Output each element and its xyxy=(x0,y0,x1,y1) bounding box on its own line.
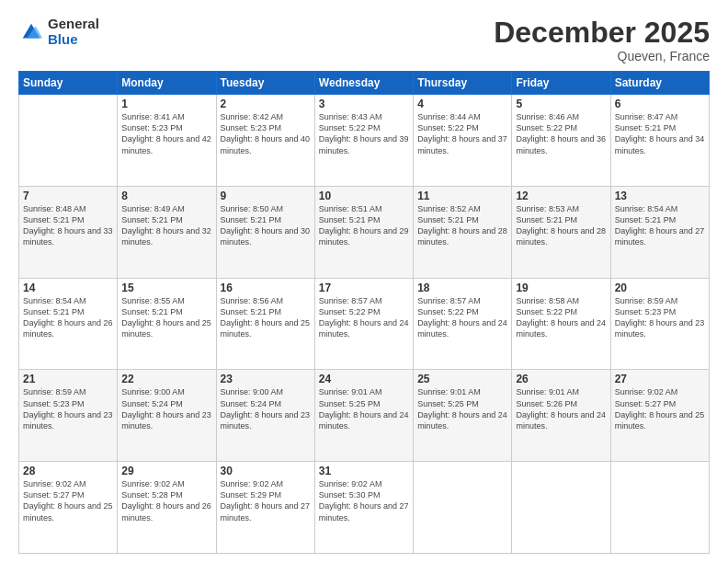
calendar-cell: 7 Sunrise: 8:48 AM Sunset: 5:21 PM Dayli… xyxy=(19,186,118,278)
daylight-hours: Daylight: 8 hours and 27 minutes. xyxy=(319,501,409,522)
daylight-hours: Daylight: 8 hours and 25 minutes. xyxy=(23,501,113,522)
day-number: 3 xyxy=(319,98,409,110)
calendar-day-header: Wednesday xyxy=(314,72,413,95)
calendar-cell: 12 Sunrise: 8:53 AM Sunset: 5:21 PM Dayl… xyxy=(512,186,610,278)
day-info: Sunrise: 8:53 AM Sunset: 5:21 PM Dayligh… xyxy=(516,203,606,248)
daylight-hours: Daylight: 8 hours and 39 minutes. xyxy=(319,134,409,155)
sunrise-time: Sunrise: 9:01 AM xyxy=(417,387,481,396)
day-info: Sunrise: 8:58 AM Sunset: 5:22 PM Dayligh… xyxy=(516,295,606,340)
logo: General Blue xyxy=(18,17,99,47)
calendar-cell: 29 Sunrise: 9:02 AM Sunset: 5:28 PM Dayl… xyxy=(118,462,216,554)
sunset-time: Sunset: 5:22 PM xyxy=(319,123,381,132)
daylight-hours: Daylight: 8 hours and 28 minutes. xyxy=(417,226,507,247)
day-info: Sunrise: 8:50 AM Sunset: 5:21 PM Dayligh… xyxy=(221,203,311,248)
sunset-time: Sunset: 5:28 PM xyxy=(121,490,183,500)
daylight-hours: Daylight: 8 hours and 33 minutes. xyxy=(23,226,113,247)
title-block: December 2025 Queven, France xyxy=(494,17,710,63)
daylight-hours: Daylight: 8 hours and 40 minutes. xyxy=(221,134,311,155)
calendar-cell: 8 Sunrise: 8:49 AM Sunset: 5:21 PM Dayli… xyxy=(118,186,216,278)
sunset-time: Sunset: 5:29 PM xyxy=(221,490,282,500)
sunrise-time: Sunrise: 8:59 AM xyxy=(23,387,86,396)
calendar-cell: 16 Sunrise: 8:56 AM Sunset: 5:21 PM Dayl… xyxy=(216,278,314,370)
day-info: Sunrise: 8:43 AM Sunset: 5:22 PM Dayligh… xyxy=(319,111,409,156)
daylight-hours: Daylight: 8 hours and 25 minutes. xyxy=(221,318,311,339)
sunset-time: Sunset: 5:22 PM xyxy=(516,123,577,132)
header: General Blue December 2025 Queven, Franc… xyxy=(18,17,710,63)
calendar-cell: 26 Sunrise: 9:01 AM Sunset: 5:26 PM Dayl… xyxy=(512,370,610,462)
daylight-hours: Daylight: 8 hours and 37 minutes. xyxy=(417,134,507,155)
calendar-day-header: Thursday xyxy=(414,72,512,95)
calendar-day-header: Tuesday xyxy=(216,72,314,95)
calendar-cell: 19 Sunrise: 8:58 AM Sunset: 5:22 PM Dayl… xyxy=(512,278,610,370)
calendar-cell: 31 Sunrise: 9:02 AM Sunset: 5:30 PM Dayl… xyxy=(314,462,413,554)
calendar-cell xyxy=(414,462,512,554)
sunset-time: Sunset: 5:21 PM xyxy=(121,307,183,316)
sunset-time: Sunset: 5:21 PM xyxy=(23,307,85,316)
day-number: 29 xyxy=(121,465,211,477)
calendar-week-row: 21 Sunrise: 8:59 AM Sunset: 5:23 PM Dayl… xyxy=(19,370,710,462)
calendar-cell: 14 Sunrise: 8:54 AM Sunset: 5:21 PM Dayl… xyxy=(19,278,118,370)
calendar-cell: 17 Sunrise: 8:57 AM Sunset: 5:22 PM Dayl… xyxy=(314,278,413,370)
sunset-time: Sunset: 5:21 PM xyxy=(417,215,479,224)
day-number: 23 xyxy=(221,373,311,385)
day-number: 2 xyxy=(221,98,311,110)
calendar-cell: 13 Sunrise: 8:54 AM Sunset: 5:21 PM Dayl… xyxy=(610,186,709,278)
day-info: Sunrise: 8:47 AM Sunset: 5:21 PM Dayligh… xyxy=(615,111,705,156)
calendar-cell: 1 Sunrise: 8:41 AM Sunset: 5:23 PM Dayli… xyxy=(118,95,216,187)
day-info: Sunrise: 8:41 AM Sunset: 5:23 PM Dayligh… xyxy=(121,111,211,156)
calendar-day-header: Monday xyxy=(118,72,216,95)
day-number: 17 xyxy=(319,282,409,294)
sunrise-time: Sunrise: 8:46 AM xyxy=(516,112,579,121)
day-info: Sunrise: 8:46 AM Sunset: 5:22 PM Dayligh… xyxy=(516,111,606,156)
sunset-time: Sunset: 5:22 PM xyxy=(516,307,577,316)
calendar-cell: 2 Sunrise: 8:42 AM Sunset: 5:23 PM Dayli… xyxy=(216,95,314,187)
sunset-time: Sunset: 5:24 PM xyxy=(121,399,183,408)
day-info: Sunrise: 8:54 AM Sunset: 5:21 PM Dayligh… xyxy=(23,295,113,340)
sunrise-time: Sunrise: 8:54 AM xyxy=(615,204,678,213)
logo-general-text: General xyxy=(48,17,99,32)
sunset-time: Sunset: 5:26 PM xyxy=(516,399,577,408)
day-number: 24 xyxy=(319,373,409,385)
calendar-cell: 30 Sunrise: 9:02 AM Sunset: 5:29 PM Dayl… xyxy=(216,462,314,554)
sunset-time: Sunset: 5:22 PM xyxy=(417,123,479,132)
calendar-cell: 11 Sunrise: 8:52 AM Sunset: 5:21 PM Dayl… xyxy=(414,186,512,278)
sunrise-time: Sunrise: 8:54 AM xyxy=(23,296,86,305)
logo-blue-text: Blue xyxy=(48,32,99,48)
day-number: 14 xyxy=(23,282,113,294)
sunset-time: Sunset: 5:21 PM xyxy=(319,215,381,224)
calendar-cell: 6 Sunrise: 8:47 AM Sunset: 5:21 PM Dayli… xyxy=(610,95,709,187)
calendar-cell: 18 Sunrise: 8:57 AM Sunset: 5:22 PM Dayl… xyxy=(414,278,512,370)
day-info: Sunrise: 8:49 AM Sunset: 5:21 PM Dayligh… xyxy=(121,203,211,248)
subtitle: Queven, France xyxy=(494,49,710,63)
sunrise-time: Sunrise: 8:59 AM xyxy=(615,296,678,305)
daylight-hours: Daylight: 8 hours and 32 minutes. xyxy=(121,226,211,247)
daylight-hours: Daylight: 8 hours and 27 minutes. xyxy=(221,501,311,522)
daylight-hours: Daylight: 8 hours and 24 minutes. xyxy=(319,318,409,339)
daylight-hours: Daylight: 8 hours and 29 minutes. xyxy=(319,226,409,247)
calendar-cell xyxy=(512,462,610,554)
day-info: Sunrise: 9:02 AM Sunset: 5:30 PM Dayligh… xyxy=(319,478,409,523)
day-number: 13 xyxy=(615,190,705,202)
sunrise-time: Sunrise: 9:02 AM xyxy=(23,479,86,488)
daylight-hours: Daylight: 8 hours and 26 minutes. xyxy=(23,318,113,339)
sunset-time: Sunset: 5:25 PM xyxy=(319,399,381,408)
calendar-cell: 23 Sunrise: 9:00 AM Sunset: 5:24 PM Dayl… xyxy=(216,370,314,462)
daylight-hours: Daylight: 8 hours and 25 minutes. xyxy=(121,318,211,339)
sunset-time: Sunset: 5:21 PM xyxy=(615,215,677,224)
day-info: Sunrise: 8:54 AM Sunset: 5:21 PM Dayligh… xyxy=(615,203,705,248)
sunrise-time: Sunrise: 9:02 AM xyxy=(319,479,382,488)
calendar-cell xyxy=(19,95,118,187)
calendar-table: SundayMondayTuesdayWednesdayThursdayFrid… xyxy=(18,71,710,554)
sunset-time: Sunset: 5:27 PM xyxy=(23,490,85,500)
day-info: Sunrise: 8:57 AM Sunset: 5:22 PM Dayligh… xyxy=(319,295,409,340)
day-info: Sunrise: 8:44 AM Sunset: 5:22 PM Dayligh… xyxy=(417,111,507,156)
sunrise-time: Sunrise: 8:41 AM xyxy=(121,112,185,121)
daylight-hours: Daylight: 8 hours and 27 minutes. xyxy=(615,226,705,247)
day-info: Sunrise: 8:59 AM Sunset: 5:23 PM Dayligh… xyxy=(23,386,113,431)
day-number: 12 xyxy=(516,190,606,202)
calendar-day-header: Saturday xyxy=(610,72,709,95)
day-number: 11 xyxy=(417,190,507,202)
sunset-time: Sunset: 5:23 PM xyxy=(221,123,282,132)
sunrise-time: Sunrise: 9:00 AM xyxy=(121,387,185,396)
sunset-time: Sunset: 5:21 PM xyxy=(221,307,282,316)
